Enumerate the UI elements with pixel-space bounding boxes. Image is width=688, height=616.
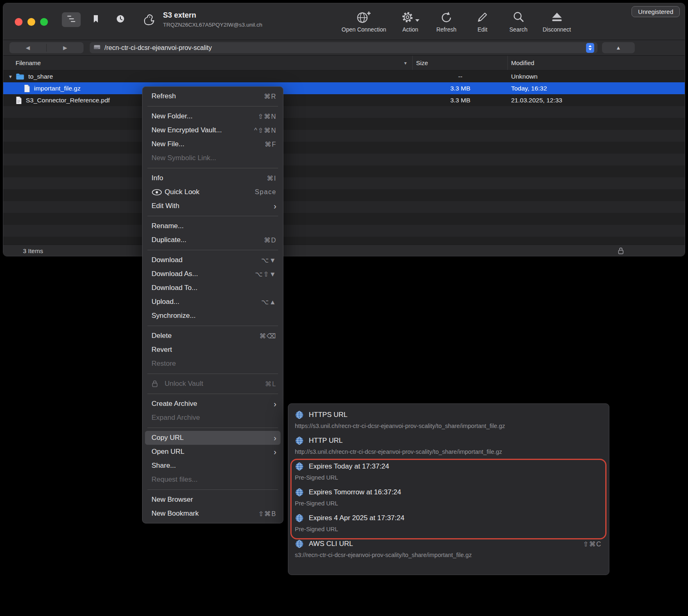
file-icon [24,84,30,93]
menu-item-unlock-vault: Unlock Vault⌘L [143,377,283,391]
globe-plus-icon [356,9,371,26]
path-field[interactable]: /recn-ctr-ci-dcsr-ejeanvoi-prov-scality [90,42,597,53]
chevron-down-icon [588,48,592,50]
action-button[interactable]: Action [398,9,422,33]
menu-item-open-url[interactable]: Open URL› [143,445,283,459]
menu-item-synchronize[interactable]: Synchronize... [143,309,283,323]
submenu-item-subtitle: Pre-Signed URL [295,525,602,534]
forward-button[interactable]: ▶ [47,42,84,53]
submenu-item-subtitle: https://s3.unil.ch/recn-ctr-ci-dcsr-ejea… [295,421,602,430]
items-count: 3 Items [23,247,43,254]
menu-item-new-folder[interactable]: New Folder...⇧⌘N [143,109,283,123]
file-name: important_file.gz [34,85,81,92]
open-connection-button[interactable]: Open Connection [342,9,386,33]
sort-indicator-icon: ▾ [404,60,407,66]
submenu-item-presigned-tomorrow[interactable]: Expires Tomorrow at 16:37:24 Pre-Signed … [288,485,609,510]
copy-url-submenu: HTTPS URL https://s3.unil.ch/recn-ctr-ci… [288,403,609,575]
table-row-pdf[interactable]: S3_Connector_Reference.pdf 3.3 MB 21.03.… [3,94,685,106]
submenu-item-subtitle: http://s3.unil.ch/recn-ctr-ci-dcsr-ejean… [295,447,602,456]
eye-icon [152,189,165,196]
menu-separator [147,168,278,168]
toggle-history-button[interactable] [111,12,130,27]
file-modified: Today, 16:32 [508,85,685,92]
submenu-item-subtitle: s3://recn-ctr-ci-dcsr-ejeanvoi-prov-scal… [295,550,602,559]
submenu-item-http-url[interactable]: HTTP URL http://s3.unil.ch/recn-ctr-ci-d… [288,433,609,459]
refresh-button[interactable]: Refresh [435,9,458,33]
file-size: -- [413,73,508,80]
menu-item-share[interactable]: Share... [143,459,283,473]
toggle-bookmarks-button[interactable] [86,12,105,27]
search-button[interactable]: Search [507,9,530,33]
chevron-right-icon: › [274,448,276,456]
menu-item-new-bookmark[interactable]: New Bookmark⇧⌘B [143,507,283,521]
menu-item-request-files: Request files... [143,473,283,487]
column-modified[interactable]: Modified [508,56,685,70]
disclosure-triangle-icon[interactable]: ▼ [8,74,13,79]
chevron-right-icon: › [274,434,276,442]
menu-item-new-file[interactable]: New File...⌘F [143,137,283,151]
menu-item-download-to[interactable]: Download To... [143,281,283,295]
edit-button[interactable]: Edit [471,9,494,33]
file-list: ▼ to_share -- Unknown important_file.gz … [3,70,685,245]
globe-icon [295,539,304,548]
gear-icon [401,9,419,26]
globe-icon [295,410,304,419]
menu-separator [147,216,278,216]
context-menu: Refresh⌘R New Folder...⇧⌘N New Encrypted… [142,86,283,523]
menu-item-download[interactable]: Download⌥▼ [143,253,283,267]
minimize-window-button[interactable] [27,18,35,26]
folder-icon [16,73,25,80]
column-filename[interactable]: Filename ▾ [3,56,413,70]
table-header: Filename ▾ Size Modified [3,56,685,70]
zoom-window-button[interactable] [40,18,48,26]
submenu-item-subtitle: Pre-Signed URL [295,499,602,508]
menu-item-quick-look[interactable]: Quick LookSpace [143,185,283,199]
view-toggles [62,12,130,27]
globe-icon [295,462,304,471]
menu-item-info[interactable]: Info⌘I [143,171,283,185]
menu-item-delete[interactable]: Delete⌘⌫ [143,329,283,343]
menu-item-restore: Restore [143,357,283,371]
submenu-item-presigned-date[interactable]: Expires 4 Apr 2025 at 17:37:24 Pre-Signe… [288,510,609,536]
menu-item-upload[interactable]: Upload...⌥▲ [143,295,283,309]
file-modified: Unknown [508,73,685,80]
table-row-important-file[interactable]: important_file.gz 3.3 MB Today, 16:32 [3,82,685,94]
pathbar: ◀ ▶ /recn-ctr-ci-dcsr-ejeanvoi-prov-scal… [3,40,685,56]
disconnect-button[interactable]: Disconnect [543,9,571,33]
path-popup-control[interactable] [586,43,594,53]
menu-item-create-archive[interactable]: Create Archive› [143,397,283,411]
submenu-item-aws-cli-url[interactable]: AWS CLI URL ⇧⌘C s3://recn-ctr-ci-dcsr-ej… [288,536,609,562]
parent-folder-button[interactable]: ▲ [602,42,635,53]
column-size[interactable]: Size [413,56,508,70]
menu-item-copy-url[interactable]: Copy URL› [145,431,281,445]
menu-item-revert[interactable]: Revert [143,343,283,357]
submenu-item-https-url[interactable]: HTTPS URL https://s3.unil.ch/recn-ctr-ci… [288,407,609,433]
file-modified: 21.03.2025, 12:33 [508,97,685,104]
refresh-icon [440,9,453,26]
menu-item-edit-with[interactable]: Edit With› [143,199,283,213]
current-path: /recn-ctr-ci-dcsr-ejeanvoi-prov-scality [104,44,586,52]
table-row-to-share[interactable]: ▼ to_share -- Unknown [3,70,685,82]
close-window-button[interactable] [15,18,23,26]
chevron-right-icon: › [274,400,276,408]
submenu-item-subtitle: Pre-Signed URL [295,473,602,482]
outline-view-icon [66,14,77,26]
menu-item-new-encrypted-vault[interactable]: New Encrypted Vault...^⇧⌘N [143,123,283,137]
menu-separator [147,106,278,106]
menu-item-new-browser[interactable]: New Browser [143,493,283,507]
menu-item-refresh[interactable]: Refresh⌘R [143,89,283,103]
menu-separator [147,394,278,394]
lock-icon [152,380,165,388]
title-block: S3 extern TRQZN26CXL67A5PQY2IW@s3.unil.c… [163,11,263,28]
submenu-item-presigned-today[interactable]: Expires Today at 17:37:24 Pre-Signed URL [288,459,609,485]
unregistered-badge: Unregistered [631,6,680,17]
globe-icon [295,488,304,497]
menu-item-duplicate[interactable]: Duplicate...⌘D [143,233,283,247]
menu-item-download-as[interactable]: Download As...⌥⇧▼ [143,267,283,281]
menu-separator [147,428,278,428]
back-button[interactable]: ◀ [9,42,46,53]
menu-item-rename[interactable]: Rename... [143,219,283,233]
toggle-outline-button[interactable] [62,12,81,27]
connection-subtitle: TRQZN26CXL67A5PQY2IW@s3.unil.ch [163,22,263,28]
lock-icon [618,247,624,256]
